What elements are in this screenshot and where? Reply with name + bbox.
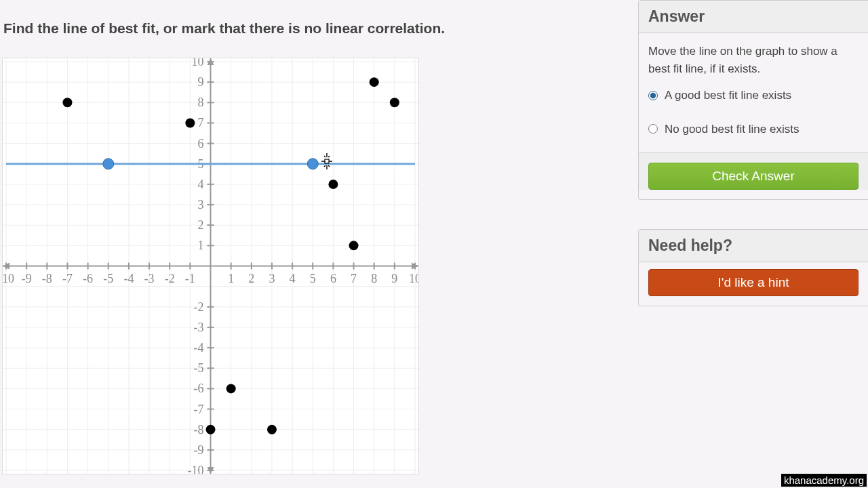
data-point xyxy=(62,98,72,107)
svg-text:10: 10 xyxy=(192,58,204,68)
data-point xyxy=(226,384,236,393)
svg-text:-1: -1 xyxy=(185,272,195,285)
coordinate-graph[interactable]: -10-9-8-7-6-5-4-3-2-112345678910-10-9-8-… xyxy=(2,58,419,474)
svg-text:8: 8 xyxy=(198,96,204,109)
svg-text:-8: -8 xyxy=(194,423,204,436)
svg-text:8: 8 xyxy=(371,272,377,285)
data-point xyxy=(267,425,277,434)
svg-text:2: 2 xyxy=(248,272,254,285)
svg-text:-4: -4 xyxy=(123,272,134,285)
data-point xyxy=(349,241,359,250)
svg-text:1: 1 xyxy=(198,239,204,252)
radio-exists-label: A good best fit line exists xyxy=(665,87,791,104)
svg-text:-7: -7 xyxy=(62,272,73,285)
svg-text:6: 6 xyxy=(198,137,204,150)
answer-panel: Answer Move the line on the graph to sho… xyxy=(638,0,868,200)
svg-text:-2: -2 xyxy=(165,272,175,285)
svg-text:-5: -5 xyxy=(194,361,204,375)
help-title: Need help? xyxy=(639,230,868,262)
answer-instruction: Move the line on the graph to show a bes… xyxy=(648,43,859,77)
data-point xyxy=(370,77,379,87)
radio-exists[interactable] xyxy=(648,91,658,100)
svg-text:-10: -10 xyxy=(188,464,204,474)
svg-text:-9: -9 xyxy=(194,443,204,457)
svg-text:-6: -6 xyxy=(83,272,93,285)
data-point xyxy=(185,118,195,127)
data-point xyxy=(390,98,399,107)
svg-text:10: 10 xyxy=(409,272,418,285)
svg-text:-6: -6 xyxy=(194,382,204,395)
svg-text:7: 7 xyxy=(198,116,204,129)
svg-text:-3: -3 xyxy=(144,272,155,285)
svg-text:-7: -7 xyxy=(194,403,204,416)
svg-text:4: 4 xyxy=(290,272,296,285)
svg-text:6: 6 xyxy=(330,272,336,285)
svg-text:-5: -5 xyxy=(103,272,113,285)
radio-exists-row[interactable]: A good best fit line exists xyxy=(648,87,859,104)
line-handle[interactable] xyxy=(103,159,114,169)
data-point xyxy=(328,180,338,189)
svg-text:9: 9 xyxy=(198,75,204,89)
svg-text:1: 1 xyxy=(228,272,234,285)
line-handle[interactable] xyxy=(307,159,318,169)
watermark: khanacademy.org xyxy=(781,474,867,487)
svg-text:7: 7 xyxy=(351,272,357,285)
svg-text:5: 5 xyxy=(310,272,316,285)
answer-title: Answer xyxy=(639,1,868,33)
radio-not-exists[interactable] xyxy=(648,124,658,134)
radio-not-exists-row[interactable]: No good best fit line exists xyxy=(648,121,859,138)
svg-text:3: 3 xyxy=(198,198,204,211)
check-answer-button[interactable]: Check Answer xyxy=(648,163,859,190)
help-panel: Need help? I'd like a hint xyxy=(638,229,868,306)
svg-text:-2: -2 xyxy=(194,300,204,314)
radio-not-exists-label: No good best fit line exists xyxy=(665,121,799,138)
hint-button[interactable]: I'd like a hint xyxy=(648,269,859,296)
data-point xyxy=(206,425,216,434)
svg-text:-8: -8 xyxy=(42,272,52,285)
svg-text:-3: -3 xyxy=(194,321,204,334)
svg-text:2: 2 xyxy=(198,218,204,232)
svg-text:3: 3 xyxy=(269,272,275,285)
svg-text:-9: -9 xyxy=(22,272,32,285)
svg-text:4: 4 xyxy=(198,178,204,191)
svg-text:-10: -10 xyxy=(3,272,14,285)
question-text: Find the line of best fit, or mark that … xyxy=(3,20,445,37)
svg-text:9: 9 xyxy=(391,272,397,285)
svg-text:-4: -4 xyxy=(194,341,204,354)
